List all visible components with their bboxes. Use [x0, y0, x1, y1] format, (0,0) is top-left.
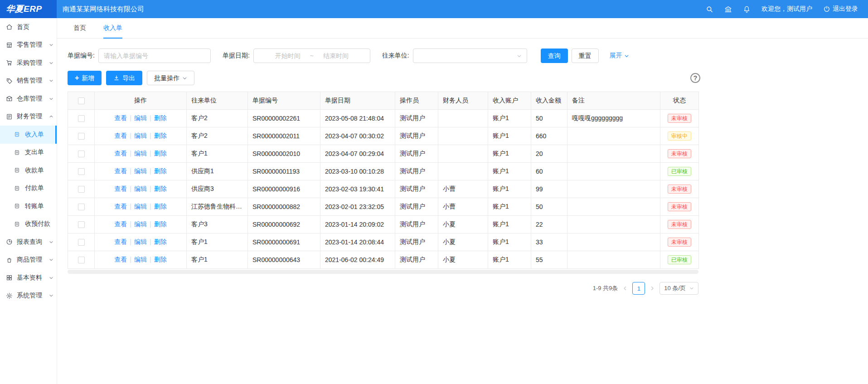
edit-link[interactable]: 编辑: [134, 114, 147, 122]
bill-date-cell: 2023-02-03 19:30:41: [320, 180, 395, 198]
edit-link[interactable]: 编辑: [134, 220, 147, 228]
delete-link[interactable]: 删除: [154, 220, 167, 228]
delete-link[interactable]: 删除: [154, 167, 167, 175]
date-end-input[interactable]: [315, 52, 356, 59]
edit-link[interactable]: 编辑: [134, 203, 147, 210]
sidebar-item-system[interactable]: 系统管理: [0, 287, 57, 305]
delete-link[interactable]: 删除: [154, 203, 167, 210]
search-button[interactable]: 查询: [541, 49, 568, 63]
row-checkbox[interactable]: [78, 115, 85, 122]
building-icon[interactable]: [724, 5, 732, 13]
sidebar-item-sale[interactable]: 销售管理: [0, 72, 57, 90]
action-separator: |: [150, 238, 151, 245]
date-start-input[interactable]: [267, 52, 308, 59]
sidebar-item-label: 系统管理: [17, 292, 42, 300]
view-link[interactable]: 查看: [114, 220, 127, 228]
amount-cell: 50: [531, 110, 567, 127]
sidebar-item-home[interactable]: 首页: [0, 18, 57, 36]
batch-actions-button[interactable]: 批量操作: [147, 71, 194, 85]
operator-cell: 测试用户: [395, 145, 438, 163]
sidebar-subitem-prepaid-bill[interactable]: 收预付款: [0, 215, 57, 233]
view-link[interactable]: 查看: [114, 203, 127, 210]
sidebar-subitem-receipt-bill[interactable]: 收款单: [0, 161, 57, 180]
tab-income-bill[interactable]: 收入单: [103, 18, 122, 39]
export-button[interactable]: 导出: [106, 71, 142, 85]
col-account: 收入账户: [488, 92, 531, 110]
delete-link[interactable]: 删除: [154, 185, 167, 192]
partner-select[interactable]: [413, 49, 527, 63]
view-link[interactable]: 查看: [114, 167, 127, 175]
row-checkbox[interactable]: [78, 221, 85, 228]
expand-label: 展开: [610, 52, 622, 60]
reset-button[interactable]: 重置: [572, 49, 599, 63]
delete-link[interactable]: 删除: [154, 256, 167, 263]
sidebar-subitem-expense-bill[interactable]: 支出单: [0, 144, 57, 162]
next-page-button[interactable]: [650, 286, 655, 291]
expand-toggle[interactable]: 展开: [610, 52, 629, 60]
action-separator: |: [150, 150, 151, 157]
view-link[interactable]: 查看: [114, 238, 127, 245]
delete-link[interactable]: 删除: [154, 150, 167, 157]
select-all-checkbox[interactable]: [78, 97, 85, 104]
account-cell: 账户1: [488, 145, 531, 163]
col-remark: 备注: [567, 92, 660, 110]
row-checkbox[interactable]: [78, 151, 85, 157]
delete-link[interactable]: 删除: [154, 238, 167, 245]
sidebar-item-reports[interactable]: 报表查询: [0, 233, 57, 251]
page-number-button[interactable]: 1: [632, 282, 645, 295]
welcome-text: 欢迎您，测试用户: [761, 5, 812, 13]
view-link[interactable]: 查看: [114, 185, 127, 192]
prev-page-button[interactable]: [622, 286, 628, 291]
sidebar-subitem-transfer-bill[interactable]: 转账单: [0, 197, 57, 215]
status-badge: 未审核: [668, 149, 691, 158]
sidebar-item-purchase[interactable]: 采购管理: [0, 54, 57, 72]
edit-link[interactable]: 编辑: [134, 238, 147, 245]
bill-no-input[interactable]: [98, 49, 211, 63]
sidebar-item-warehouse[interactable]: 仓库管理: [0, 90, 57, 108]
view-link[interactable]: 查看: [114, 132, 127, 139]
sidebar-item-retail[interactable]: 零售管理: [0, 36, 57, 54]
logout-button[interactable]: 退出登录: [823, 5, 858, 13]
bill-date-cell: 2023-01-14 20:09:02: [320, 216, 395, 233]
help-icon[interactable]: ?: [690, 73, 700, 83]
status-cell: 已审核: [660, 163, 699, 180]
date-range-picker[interactable]: ~: [253, 49, 370, 63]
page-size-select[interactable]: 10 条/页: [659, 282, 698, 295]
sidebar-subitem-income-bill[interactable]: 收入单: [0, 126, 57, 144]
row-checkbox[interactable]: [78, 186, 85, 193]
partner-cell: 客户1: [187, 145, 248, 163]
view-link[interactable]: 查看: [114, 114, 127, 122]
sidebar-item-basic-data[interactable]: 基本资料: [0, 269, 57, 287]
account-cell: 账户1: [488, 198, 531, 216]
bell-icon[interactable]: [743, 5, 751, 13]
chevron-down-icon: [49, 78, 53, 83]
edit-link[interactable]: 编辑: [134, 167, 147, 175]
row-checkbox[interactable]: [78, 204, 85, 210]
horizontal-scrollbar[interactable]: [68, 270, 698, 274]
edit-link[interactable]: 编辑: [134, 185, 147, 192]
view-link[interactable]: 查看: [114, 150, 127, 157]
tab-home[interactable]: 首页: [73, 18, 86, 39]
add-button[interactable]: + 新增: [68, 71, 102, 85]
sidebar-item-finance[interactable]: 财务管理: [0, 108, 57, 126]
account-cell: 账户1: [488, 233, 531, 251]
status-cell: 未审核: [660, 216, 699, 233]
sidebar-item-goods[interactable]: 商品管理: [0, 251, 57, 269]
view-link[interactable]: 查看: [114, 256, 127, 263]
row-checkbox[interactable]: [78, 257, 85, 263]
bill-no-cell: SR00000002011: [248, 127, 320, 145]
row-checkbox[interactable]: [78, 133, 85, 140]
delete-link[interactable]: 删除: [154, 114, 167, 122]
chevron-down-icon: [49, 258, 53, 262]
delete-link[interactable]: 删除: [154, 132, 167, 139]
sidebar-subitem-payment-bill[interactable]: 付款单: [0, 180, 57, 198]
row-checkbox[interactable]: [78, 168, 85, 175]
edit-link[interactable]: 编辑: [134, 256, 147, 263]
edit-link[interactable]: 编辑: [134, 150, 147, 157]
edit-link[interactable]: 编辑: [134, 132, 147, 139]
sidebar-menu: 首页零售管理采购管理销售管理仓库管理财务管理收入单支出单收款单付款单转账单收预付…: [0, 18, 57, 384]
row-checkbox[interactable]: [78, 239, 85, 246]
search-icon[interactable]: [706, 5, 713, 13]
partner-cell: 客户1: [187, 251, 248, 269]
action-separator: |: [150, 220, 151, 228]
